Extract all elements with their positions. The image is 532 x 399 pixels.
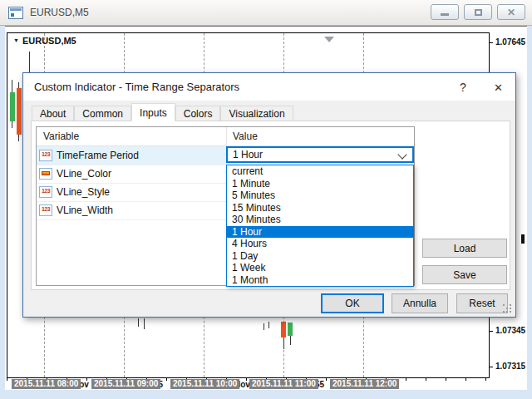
dialog-close-button[interactable]: ✕ — [489, 78, 507, 96]
tab-inputs[interactable]: Inputs — [131, 103, 175, 121]
numeric-parameter-icon: 123 — [39, 204, 52, 216]
tab-visualization[interactable]: Visualization — [220, 106, 293, 121]
symbol-dropdown-icon: ▼ — [13, 37, 19, 43]
chart-marker-triangle-icon — [324, 37, 334, 42]
dialog-title: Custom Indicator - Time Range Separators — [34, 73, 239, 101]
column-header-value: Value — [233, 127, 258, 145]
chart-window-icon — [8, 7, 23, 19]
price-label: 1.07315 — [495, 362, 525, 371]
resize-grip[interactable] — [503, 304, 513, 314]
window-titlebar: EURUSD,M5 — [0, 0, 532, 26]
numeric-parameter-icon: 123 — [39, 150, 52, 161]
candle-wick — [268, 322, 269, 328]
timeframe-combobox[interactable]: 1 Hour — [226, 146, 414, 163]
window-title: EURUSD,M5 — [30, 7, 89, 18]
dropdown-option-1-minute[interactable]: 1 Minute — [227, 178, 413, 190]
dialog-tabs: About Common Inputs Colors Visualization — [32, 103, 293, 121]
price-label: 1.07645 — [495, 37, 525, 47]
chart-symbol-label: ▼EURUSD,M5 — [13, 36, 76, 46]
metatrader-chart-window: EURUSD,M5 ▼EURUSD,M5 — [0, 0, 532, 399]
separator-time-label: 2015.11.11 09:00 — [91, 379, 160, 389]
load-button[interactable]: Load — [422, 239, 507, 258]
column-header-variable: Variable — [43, 127, 79, 145]
variable-name: VLine_Width — [57, 204, 113, 216]
separator-time-label: 2015.11.11 11:00 — [249, 379, 318, 389]
save-button[interactable]: Save — [422, 265, 507, 284]
variable-name: VLine_Color — [57, 168, 111, 180]
separator-time-label: 2015.11.11 12:00 — [330, 379, 399, 389]
dropdown-option-15-minutes[interactable]: 15 Minutes — [227, 202, 413, 214]
candle-wick — [264, 323, 264, 330]
dropdown-option-5-minutes[interactable]: 5 Minutes — [227, 190, 413, 202]
variable-name: VLine_Style — [57, 186, 110, 198]
chevron-down-icon — [397, 150, 406, 159]
close-button[interactable] — [497, 4, 525, 20]
custom-indicator-dialog: Custom Indicator - Time Range Separators… — [22, 72, 516, 318]
candle-wick — [144, 318, 145, 329]
bear-candle — [17, 88, 22, 135]
table-header: Variable Value — [37, 127, 414, 146]
separator-time-label: 2015.11.11 08:00 — [12, 379, 81, 389]
minimize-icon — [441, 13, 449, 16]
right-edge-marker — [521, 234, 525, 244]
bear-candle — [281, 322, 286, 337]
time-axis[interactable]: Nov 55 Nov 55 2015.11.11 08:00 2015.11.1… — [7, 377, 525, 390]
separator-time-label: 2015.11.11 10:00 — [170, 379, 239, 389]
price-label: 1.07345 — [495, 326, 525, 335]
numeric-parameter-icon: 123 — [39, 186, 52, 198]
restore-button[interactable] — [464, 4, 492, 20]
dropdown-option-1-week[interactable]: 1 Week — [227, 262, 413, 274]
variable-name: TimeFrame Period — [57, 150, 139, 161]
dropdown-option-1-hour[interactable]: 1 Hour — [227, 226, 413, 239]
tab-colors[interactable]: Colors — [175, 106, 221, 121]
dialog-titlebar: Custom Indicator - Time Range Separators… — [23, 73, 515, 101]
combobox-value: 1 Hour — [233, 148, 263, 161]
timeframe-dropdown-list: current 1 Minute 5 Minutes 15 Minutes 30… — [226, 165, 414, 287]
dropdown-option-current[interactable]: current — [227, 165, 413, 178]
restore-icon — [475, 9, 482, 16]
minimize-button[interactable] — [431, 4, 459, 20]
price-tick — [489, 42, 493, 43]
cancel-button[interactable]: Annulla — [392, 293, 448, 313]
color-swatch-icon — [39, 168, 52, 180]
bull-candle — [288, 323, 293, 336]
window-controls — [431, 4, 525, 20]
price-tick — [489, 367, 493, 367]
tab-common[interactable]: Common — [74, 106, 131, 121]
ok-button[interactable]: OK — [321, 293, 384, 313]
dropdown-option-30-minutes[interactable]: 30 Minutes — [227, 214, 413, 226]
tab-about[interactable]: About — [32, 106, 74, 121]
dialog-help-button[interactable]: ? — [454, 78, 472, 96]
dropdown-option-1-day[interactable]: 1 Day — [227, 250, 413, 263]
inputs-tab-panel: Variable Value 123TimeFrame Period VLine… — [31, 121, 510, 290]
price-tick — [489, 331, 493, 332]
dropdown-option-4-hours[interactable]: 4 Hours — [227, 238, 413, 250]
candle-wick — [138, 318, 139, 327]
candle-wick — [29, 52, 30, 75]
bull-candle — [10, 92, 15, 121]
dropdown-option-1-month[interactable]: 1 Month — [227, 274, 413, 287]
close-icon: ✕ — [494, 81, 503, 94]
reset-button[interactable]: Reset — [456, 293, 508, 313]
close-icon — [507, 7, 515, 17]
